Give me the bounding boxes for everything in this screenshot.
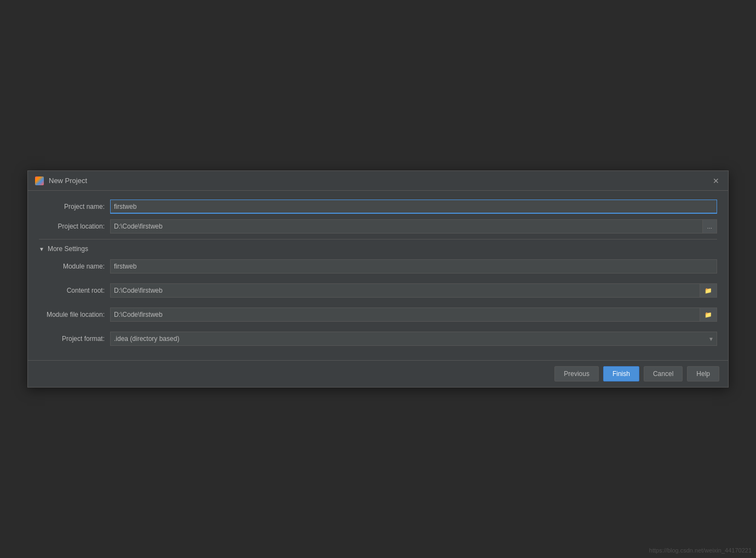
module-file-location-row: Module file location: 📁 — [39, 308, 717, 322]
more-settings-rows: Module name: Content root: 📁 Module f — [39, 259, 717, 351]
project-format-select[interactable]: .idea (directory based) .ipr (file based… — [110, 332, 717, 346]
module-file-location-input[interactable] — [110, 308, 700, 322]
project-location-field-group: ... — [110, 219, 717, 234]
content-root-row: Content root: 📁 — [39, 283, 717, 298]
content-root-label: Content root: — [39, 287, 110, 294]
content-root-browse-button[interactable]: 📁 — [700, 283, 717, 298]
dialog-body: Project name: Project location: ... ▼ Mo… — [28, 191, 728, 360]
module-file-location-browse-button[interactable]: 📁 — [700, 308, 717, 322]
module-name-label: Module name: — [39, 263, 110, 270]
close-button[interactable]: ✕ — [711, 175, 721, 186]
app-icon-shape — [35, 176, 44, 185]
cancel-button[interactable]: Cancel — [644, 366, 683, 382]
dialog-footer: Previous Finish Cancel Help — [28, 360, 728, 387]
project-name-input[interactable] — [110, 200, 717, 214]
content-root-field-group: 📁 — [110, 283, 717, 298]
project-location-label: Project location: — [39, 223, 110, 230]
folder-icon-2: 📁 — [705, 311, 712, 318]
dialog-title: New Project — [49, 176, 87, 185]
module-file-location-field-group: 📁 — [110, 308, 717, 322]
title-bar: New Project ✕ — [28, 171, 728, 191]
content-root-input[interactable] — [110, 283, 700, 298]
module-file-location-label: Module file location: — [39, 311, 110, 318]
project-format-row: Project format: .idea (directory based) … — [39, 332, 717, 346]
module-name-input[interactable] — [110, 259, 717, 274]
close-icon: ✕ — [713, 176, 719, 185]
watermark: https://blog.csdn.net/weixin_44170221 — [649, 547, 752, 554]
project-location-input[interactable] — [110, 219, 703, 234]
new-project-dialog: New Project ✕ Project name: Project loca… — [27, 170, 729, 388]
chevron-down-icon: ▼ — [39, 246, 44, 252]
app-icon — [35, 176, 44, 186]
project-format-select-wrapper: .idea (directory based) .ipr (file based… — [110, 332, 717, 346]
title-bar-left: New Project — [35, 176, 87, 186]
project-format-label: Project format: — [39, 335, 110, 343]
more-settings-label: More Settings — [48, 245, 88, 253]
more-settings-section: ▼ More Settings Module name: Content roo… — [39, 239, 717, 351]
module-name-row: Module name: — [39, 259, 717, 274]
finish-button[interactable]: Finish — [603, 366, 639, 382]
more-settings-header[interactable]: ▼ More Settings — [39, 245, 717, 253]
previous-button[interactable]: Previous — [554, 366, 599, 382]
project-name-label: Project name: — [39, 203, 110, 210]
help-button[interactable]: Help — [687, 366, 719, 382]
browse-button[interactable]: ... — [703, 219, 717, 234]
project-location-row: Project location: ... — [39, 219, 717, 234]
folder-icon: 📁 — [705, 287, 712, 294]
project-name-row: Project name: — [39, 200, 717, 214]
